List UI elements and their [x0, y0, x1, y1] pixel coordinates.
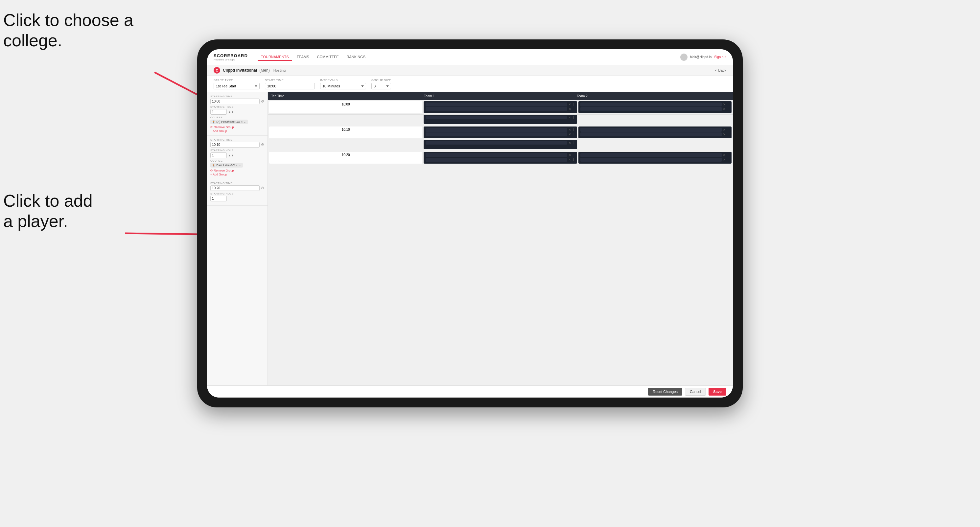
start-type-select[interactable]: 1st Tee Start Shotgun Start	[214, 83, 259, 89]
course-cell-1: ✕ ⋮	[424, 115, 577, 124]
player-slot-2d[interactable]	[581, 132, 722, 137]
more-1c[interactable]: ⋮	[727, 103, 730, 106]
more-3a[interactable]: ⋮	[572, 154, 575, 157]
start-type-label: Start Type	[214, 79, 259, 82]
starting-hole-input-2[interactable]	[210, 152, 227, 158]
starting-time-input-2[interactable]	[210, 142, 259, 148]
edit-player-3a[interactable]: ✕	[568, 154, 571, 157]
edit-player-1a[interactable]: ✕	[568, 103, 571, 106]
more-1d[interactable]: ⋮	[727, 108, 730, 111]
starting-time-label-3: STARTING TIME:	[210, 182, 264, 185]
edit-player-3d[interactable]: ✕	[723, 158, 725, 161]
course-row-2: 🏌 East Lake GC × ⌄	[210, 163, 264, 168]
annotation-choose-college: Click to choose a college.	[3, 10, 134, 51]
tee-table-header: Tee Time Team 1 Team 2	[268, 92, 733, 100]
brand-title: SCOREBOARD	[214, 53, 248, 58]
edit-player-1c[interactable]: ✕	[723, 103, 725, 106]
starting-time-input-3[interactable]	[210, 185, 259, 191]
player-slot-3c[interactable]	[581, 153, 722, 157]
player-slot-1d[interactable]	[581, 107, 722, 111]
team2-cell-1[interactable]: ✕ ⋮ ✕ ⋮	[578, 101, 732, 113]
remove-group-btn-2[interactable]: ⟳ Remove Group	[210, 169, 264, 172]
edit-player-2a[interactable]: ✕	[568, 128, 571, 132]
more-3b[interactable]: ⋮	[572, 158, 575, 161]
edit-player-1b[interactable]: ✕	[568, 108, 571, 111]
team2-cell-3[interactable]: ✕ ⋮ ✕ ⋮	[578, 152, 732, 163]
player-slot-3a[interactable]	[426, 153, 567, 157]
remove-course-slot-2[interactable]: ✕	[568, 141, 571, 144]
more-1b[interactable]: ⋮	[572, 108, 575, 111]
course-label-2: COURSE:	[210, 159, 264, 162]
tablet-screen: SCOREBOARD Powered by clippd TOURNAMENTS…	[207, 49, 733, 398]
more-1a[interactable]: ⋮	[572, 103, 575, 106]
cancel-button[interactable]: Cancel	[685, 388, 706, 395]
nav-teams[interactable]: TEAMS	[293, 54, 313, 61]
edit-player-3c[interactable]: ✕	[723, 154, 725, 157]
controls-row: Start Type 1st Tee Start Shotgun Start S…	[207, 76, 733, 92]
team1-cell-2[interactable]: ✕ ⋮ ✕ ⋮	[424, 127, 577, 138]
team1-cell-1[interactable]: ✕ ⋮ ✕ ⋮	[424, 101, 577, 113]
left-panel: STARTING TIME: ⏱ STARTING HOLE: ▲▼ COURS…	[207, 92, 268, 386]
player-slot-2a[interactable]	[426, 128, 567, 132]
course-tag-2[interactable]: 🏌 East Lake GC × ⌄	[210, 163, 243, 168]
more-2b[interactable]: ⋮	[572, 133, 575, 136]
brand-sub: Powered by clippd	[214, 58, 248, 61]
course-tag-1[interactable]: 🏌 (A) Peachtree GC × ⌄	[210, 120, 248, 124]
remove-course-1[interactable]: ×	[241, 120, 243, 124]
player-slot-2b[interactable]	[426, 132, 567, 137]
page-header: C Clippd Invitational (Men) Hosting < Ba…	[207, 65, 733, 76]
player-slot-1c[interactable]	[581, 103, 722, 106]
edit-player-2b[interactable]: ✕	[568, 133, 571, 136]
course-expand-2[interactable]: ⌄	[239, 163, 241, 167]
starting-hole-row-1: ▲▼	[210, 109, 264, 115]
more-3c[interactable]: ⋮	[727, 154, 730, 157]
back-button[interactable]: < Back	[715, 68, 726, 72]
starting-time-input-1[interactable]	[210, 98, 259, 104]
remove-group-btn-1[interactable]: ⟳ Remove Group	[210, 125, 264, 129]
team1-cell-3[interactable]: ✕ ⋮ ✕ ⋮	[424, 152, 577, 163]
more-course-1[interactable]: ⋮	[572, 116, 575, 119]
remove-course-2[interactable]: ×	[236, 163, 238, 167]
nav-rankings[interactable]: RANKINGS	[344, 54, 369, 61]
more-3d[interactable]: ⋮	[727, 158, 730, 161]
intervals-select[interactable]: 10 Minutes 8 Minutes 12 Minutes	[320, 83, 366, 89]
nav-tournaments[interactable]: TOURNAMENTS	[258, 54, 292, 61]
player-slot-1b[interactable]	[426, 107, 567, 111]
team2-cell-2[interactable]: ✕ ⋮ ✕ ⋮	[578, 127, 732, 138]
player-slot-3b[interactable]	[426, 158, 567, 162]
brand: SCOREBOARD Powered by clippd	[214, 53, 248, 61]
intervals-label: Intervals	[320, 79, 366, 82]
starting-hole-label-1: STARTING HOLE:	[210, 105, 264, 108]
tee-time-3: 10:20	[269, 152, 422, 163]
course-expand-1[interactable]: ⌄	[243, 120, 246, 124]
edit-player-1d[interactable]: ✕	[723, 108, 725, 111]
start-time-group: Start Time	[265, 79, 315, 89]
more-2c[interactable]: ⋮	[727, 128, 730, 132]
remove-course-slot-1[interactable]: ✕	[568, 116, 571, 119]
player-slot-1a[interactable]	[426, 103, 567, 106]
edit-player-3b[interactable]: ✕	[568, 158, 571, 161]
course-slot-2	[426, 141, 567, 144]
course-row-grid-1: ✕ ⋮	[268, 115, 733, 125]
group-size-select[interactable]: 3 2 4	[371, 83, 391, 89]
sign-out-link[interactable]: Sign out	[714, 55, 726, 59]
edit-player-2d[interactable]: ✕	[723, 133, 725, 136]
starting-hole-input-3[interactable]	[210, 196, 227, 202]
starting-hole-input-1[interactable]	[210, 109, 227, 115]
starting-time-label-1: STARTING TIME:	[210, 95, 264, 98]
reset-button[interactable]: Reset Changes	[648, 388, 682, 395]
more-2a[interactable]: ⋮	[572, 128, 575, 132]
save-button[interactable]: Save	[708, 388, 726, 395]
player-slot-2c[interactable]	[581, 128, 722, 132]
more-course-2[interactable]: ⋮	[572, 141, 575, 144]
add-group-btn-1[interactable]: + Add Group	[210, 129, 264, 133]
tee-time-1: 10:00	[269, 101, 422, 113]
group-size-label: Group Size	[371, 79, 391, 82]
nav-committee[interactable]: COMMITTEE	[314, 54, 342, 61]
start-time-input[interactable]	[265, 83, 315, 89]
player-slot-3d[interactable]	[581, 158, 722, 162]
more-2d[interactable]: ⋮	[727, 133, 730, 136]
tablet-frame: SCOREBOARD Powered by clippd TOURNAMENTS…	[197, 40, 743, 407]
edit-player-2c[interactable]: ✕	[723, 128, 725, 132]
add-group-btn-2[interactable]: + Add Group	[210, 173, 264, 176]
